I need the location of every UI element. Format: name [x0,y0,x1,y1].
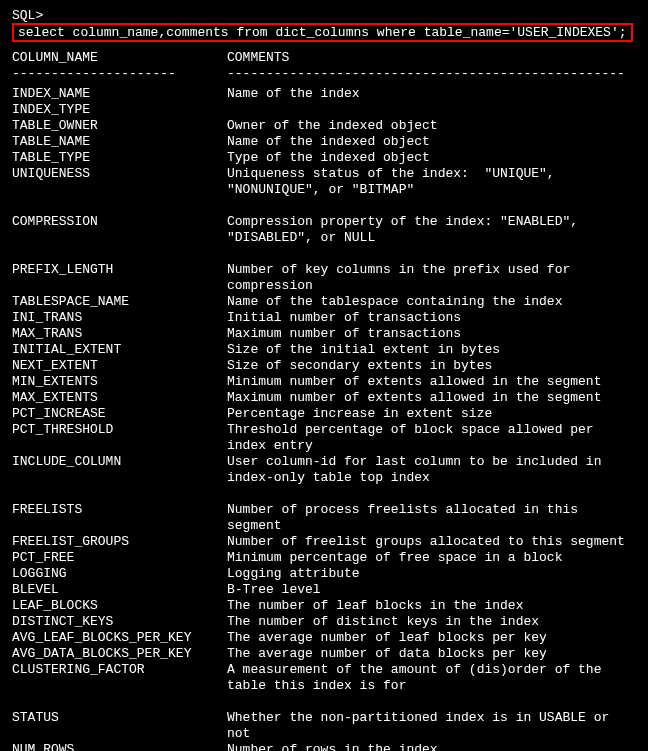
column-name-cell: CLUSTERING_FACTOR [12,662,227,678]
table-row: TABLE_TYPEType of the indexed object [12,150,636,166]
table-row: INDEX_NAMEName of the index [12,86,636,102]
column-name-cell: TABLE_TYPE [12,150,227,166]
table-row: AVG_DATA_BLOCKS_PER_KEYThe average numbe… [12,646,636,662]
results-table: COLUMN_NAME COMMENTS -------------------… [12,50,636,751]
column-name-cell: INCLUDE_COLUMN [12,454,227,470]
column-name-cell: STATUS [12,710,227,726]
column-name-cell: PREFIX_LENGTH [12,262,227,278]
column-name-cell: AVG_DATA_BLOCKS_PER_KEY [12,646,227,662]
column-name-cell: NUM_ROWS [12,742,227,751]
sql-prompt-line[interactable]: SQL> select column_name,comments from di… [12,8,636,42]
table-row: PCT_FREEMinimum percentage of free space… [12,550,636,566]
table-row: TABLE_NAMEName of the indexed object [12,134,636,150]
comment-cell: Size of the initial extent in bytes [227,342,636,358]
comment-cell: Uniqueness status of the index: "UNIQUE"… [227,166,636,198]
column-name-cell: LEAF_BLOCKS [12,598,227,614]
table-row: CLUSTERING_FACTORA measurement of the am… [12,662,636,694]
table-row: MAX_EXTENTSMaximum number of extents all… [12,390,636,406]
table-row: FREELISTSNumber of process freelists all… [12,502,636,534]
table-row: LOGGINGLogging attribute [12,566,636,582]
comments-header: COMMENTS [227,50,636,66]
comment-cell: Name of the tablespace containing the in… [227,294,636,310]
column-name-cell: INI_TRANS [12,310,227,326]
comment-cell: Logging attribute [227,566,636,582]
comment-cell: Whether the non-partitioned index is in … [227,710,636,742]
column-name-cell: FREELISTS [12,502,227,518]
table-row: COMPRESSIONCompression property of the i… [12,214,636,246]
column-name-cell: INDEX_NAME [12,86,227,102]
table-row: TABLE_OWNEROwner of the indexed object [12,118,636,134]
table-row: TABLESPACE_NAMEName of the tablespace co… [12,294,636,310]
comment-cell: The number of distinct keys in the index [227,614,636,630]
table-row: DISTINCT_KEYSThe number of distinct keys… [12,614,636,630]
table-row: NUM_ROWSNumber of rows in the index [12,742,636,751]
table-row: MAX_TRANSMaximum number of transactions [12,326,636,342]
column-name-cell: NEXT_EXTENT [12,358,227,374]
column-name-cell: AVG_LEAF_BLOCKS_PER_KEY [12,630,227,646]
comment-cell: The number of leaf blocks in the index [227,598,636,614]
column-name-cell: INITIAL_EXTENT [12,342,227,358]
column-name-header: COLUMN_NAME [12,50,227,66]
sql-prompt: SQL> [12,8,43,23]
comment-cell: Maximum number of transactions [227,326,636,342]
column-name-cell: TABLESPACE_NAME [12,294,227,310]
comment-cell: Minimum percentage of free space in a bl… [227,550,636,566]
blank-row [12,694,636,710]
comment-cell: Number of freelist groups allocated to t… [227,534,636,550]
column-name-cell: INDEX_TYPE [12,102,227,118]
comment-cell: Number of process freelists allocated in… [227,502,636,534]
comment-cell: Name of the indexed object [227,134,636,150]
table-row: LEAF_BLOCKSThe number of leaf blocks in … [12,598,636,614]
table-row: INI_TRANSInitial number of transactions [12,310,636,326]
table-row: INITIAL_EXTENTSize of the initial extent… [12,342,636,358]
separator-col2: ----------------------------------------… [227,66,636,82]
header-row: COLUMN_NAME COMMENTS [12,50,636,66]
blank-row [12,486,636,502]
column-name-cell: FREELIST_GROUPS [12,534,227,550]
comment-cell: Name of the index [227,86,636,102]
separator-col1: --------------------- [12,66,227,82]
table-row: UNIQUENESSUniqueness status of the index… [12,166,636,198]
column-name-cell: BLEVEL [12,582,227,598]
comment-cell: B-Tree level [227,582,636,598]
table-row: STATUSWhether the non-partitioned index … [12,710,636,742]
column-name-cell: MAX_EXTENTS [12,390,227,406]
table-row: MIN_EXTENTSMinimum number of extents all… [12,374,636,390]
column-name-cell: COMPRESSION [12,214,227,230]
blank-row [12,246,636,262]
comment-cell: The average number of data blocks per ke… [227,646,636,662]
comment-cell: Minimum number of extents allowed in the… [227,374,636,390]
column-name-cell: DISTINCT_KEYS [12,614,227,630]
comment-cell: Type of the indexed object [227,150,636,166]
column-name-cell: PCT_FREE [12,550,227,566]
table-row: FREELIST_GROUPSNumber of freelist groups… [12,534,636,550]
comment-cell: Compression property of the index: "ENAB… [227,214,636,246]
table-row: INDEX_TYPE [12,102,636,118]
comment-cell: Initial number of transactions [227,310,636,326]
column-name-cell: PCT_INCREASE [12,406,227,422]
table-row: PCT_INCREASEPercentage increase in exten… [12,406,636,422]
table-row: AVG_LEAF_BLOCKS_PER_KEYThe average numbe… [12,630,636,646]
comment-cell: The average number of leaf blocks per ke… [227,630,636,646]
comment-cell: Number of key columns in the prefix used… [227,262,636,294]
table-row: INCLUDE_COLUMNUser column-id for last co… [12,454,636,486]
column-name-cell: UNIQUENESS [12,166,227,182]
column-name-cell: TABLE_NAME [12,134,227,150]
column-name-cell: MIN_EXTENTS [12,374,227,390]
comment-cell: User column-id for last column to be inc… [227,454,636,486]
comment-cell: Owner of the indexed object [227,118,636,134]
column-name-cell: PCT_THRESHOLD [12,422,227,438]
table-row: BLEVELB-Tree level [12,582,636,598]
column-name-cell: LOGGING [12,566,227,582]
comment-cell: Number of rows in the index [227,742,636,751]
comment-cell: A measurement of the amount of (dis)orde… [227,662,636,694]
table-row: PREFIX_LENGTHNumber of key columns in th… [12,262,636,294]
table-row: PCT_THRESHOLDThreshold percentage of blo… [12,422,636,454]
column-name-cell: TABLE_OWNER [12,118,227,134]
sql-command-highlight: select column_name,comments from dict_co… [12,23,633,42]
blank-row [12,198,636,214]
comment-cell: Percentage increase in extent size [227,406,636,422]
table-row: NEXT_EXTENTSize of secondary extents in … [12,358,636,374]
sql-command: select column_name,comments from dict_co… [18,25,627,40]
comment-cell: Size of secondary extents in bytes [227,358,636,374]
